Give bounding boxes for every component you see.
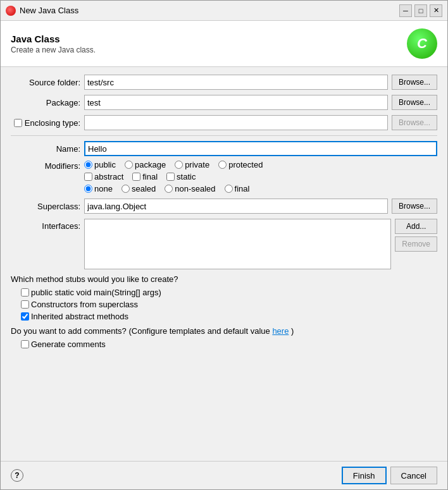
superclass-browse-button[interactable]: Browse... bbox=[392, 199, 437, 214]
radio-sealed[interactable]: sealed bbox=[121, 184, 156, 193]
enclosing-label-container: Enclosing type: bbox=[11, 118, 80, 128]
comments-items: Generate comments bbox=[11, 340, 437, 349]
radio-final-sealed-label: final bbox=[235, 184, 250, 193]
dialog-window: New Java Class ─ □ ✕ Java Class Create a… bbox=[0, 0, 448, 490]
interfaces-label: Interfaces: bbox=[11, 219, 80, 231]
stubs-title: Which method stubs would you like to cre… bbox=[11, 274, 437, 284]
interfaces-buttons: Add... Remove bbox=[395, 219, 437, 252]
radio-protected[interactable]: protected bbox=[218, 160, 263, 169]
cancel-button[interactable]: Cancel bbox=[390, 467, 437, 484]
generate-comments[interactable]: Generate comments bbox=[21, 340, 437, 349]
stub-inherited-label: Inherited abstract methods bbox=[31, 312, 128, 321]
comments-title-end: ) bbox=[291, 326, 294, 336]
sealed-radio-row: none sealed non-sealed final bbox=[84, 184, 263, 193]
package-input[interactable] bbox=[84, 95, 388, 110]
comments-section: Do you want to add comments? (Configure … bbox=[11, 326, 437, 349]
header-subtitle: Create a new Java class. bbox=[11, 46, 96, 54]
stub-constructors-checkbox[interactable] bbox=[21, 300, 29, 309]
modifiers-section: Modifiers: public package private bbox=[11, 160, 437, 193]
checkbox-static-input[interactable] bbox=[166, 173, 175, 181]
header-title: Java Class bbox=[11, 34, 96, 44]
package-browse-button[interactable]: Browse... bbox=[392, 95, 437, 110]
radio-package-label: package bbox=[135, 160, 166, 169]
generate-comments-label: Generate comments bbox=[31, 340, 106, 349]
checkbox-static[interactable]: static bbox=[166, 172, 196, 181]
superclass-input[interactable] bbox=[84, 199, 388, 214]
radio-private-input[interactable] bbox=[175, 161, 183, 169]
stubs-section: Which method stubs would you like to cre… bbox=[11, 274, 437, 321]
name-row: Name: bbox=[11, 141, 437, 156]
stub-constructors[interactable]: Constructors from superclass bbox=[21, 300, 437, 309]
stub-main-label: public static void main(String[] args) bbox=[31, 288, 161, 297]
radio-none-label: none bbox=[94, 184, 113, 193]
title-bar-controls: ─ □ ✕ bbox=[399, 4, 442, 17]
radio-package-input[interactable] bbox=[125, 161, 133, 169]
radio-non-sealed[interactable]: non-sealed bbox=[165, 184, 215, 193]
radio-package[interactable]: package bbox=[125, 160, 166, 169]
generate-comments-checkbox[interactable] bbox=[21, 340, 29, 348]
interfaces-remove-button[interactable]: Remove bbox=[395, 236, 437, 252]
stub-main[interactable]: public static void main(String[] args) bbox=[21, 288, 437, 297]
checkbox-abstract-label: abstract bbox=[94, 172, 123, 181]
source-folder-label: Source folder: bbox=[11, 78, 80, 87]
checkbox-final[interactable]: final bbox=[132, 172, 158, 181]
title-bar-text: New Java Class bbox=[20, 6, 395, 15]
enclosing-browse-button[interactable]: Browse... bbox=[392, 115, 437, 130]
stub-main-checkbox[interactable] bbox=[21, 288, 29, 297]
radio-private[interactable]: private bbox=[175, 160, 209, 169]
footer: ? Finish Cancel bbox=[1, 461, 447, 489]
java-class-icon: C bbox=[407, 28, 437, 59]
checkbox-final-input[interactable] bbox=[132, 173, 140, 181]
name-label: Name: bbox=[11, 144, 80, 154]
stub-inherited[interactable]: Inherited abstract methods bbox=[21, 312, 437, 321]
radio-non-sealed-input[interactable] bbox=[165, 185, 173, 193]
minimize-button[interactable]: ─ bbox=[399, 4, 412, 17]
comments-title: Do you want to add comments? (Configure … bbox=[11, 326, 437, 336]
radio-none[interactable]: none bbox=[84, 184, 113, 193]
checkbox-abstract-input[interactable] bbox=[84, 173, 92, 181]
superclass-label: Superclass: bbox=[11, 202, 80, 211]
checkbox-abstract[interactable]: abstract bbox=[84, 172, 123, 181]
radio-public-input[interactable] bbox=[84, 161, 92, 169]
interfaces-row: Interfaces: Add... Remove bbox=[11, 219, 437, 269]
form-content: Source folder: Browse... Package: Browse… bbox=[1, 67, 447, 461]
package-label: Package: bbox=[11, 98, 80, 107]
modifiers-content: public package private protected bbox=[84, 160, 263, 193]
enclosing-checkbox[interactable] bbox=[14, 119, 22, 127]
radio-final-sealed[interactable]: final bbox=[225, 184, 250, 193]
enclosing-input[interactable] bbox=[84, 115, 388, 130]
app-icon bbox=[6, 6, 16, 16]
radio-none-input[interactable] bbox=[84, 185, 92, 193]
checkbox-static-label: static bbox=[177, 172, 196, 181]
comments-title-text: Do you want to add comments? (Configure … bbox=[11, 326, 270, 336]
radio-sealed-input[interactable] bbox=[121, 185, 130, 193]
stub-constructors-label: Constructors from superclass bbox=[31, 300, 138, 309]
interfaces-list[interactable] bbox=[84, 219, 391, 269]
comments-link[interactable]: here bbox=[272, 326, 289, 336]
enclosing-row: Enclosing type: Browse... bbox=[11, 115, 437, 130]
radio-private-label: private bbox=[185, 160, 209, 169]
modifier-checkbox-row: abstract final static bbox=[84, 172, 263, 181]
name-input[interactable] bbox=[84, 141, 437, 156]
radio-public-label: public bbox=[94, 160, 116, 169]
footer-buttons: Finish Cancel bbox=[342, 467, 437, 484]
header-left: Java Class Create a new Java class. bbox=[11, 34, 96, 54]
radio-public[interactable]: public bbox=[84, 160, 116, 169]
help-button[interactable]: ? bbox=[11, 469, 23, 482]
source-folder-input[interactable] bbox=[84, 75, 388, 90]
stubs-items: public static void main(String[] args) C… bbox=[11, 288, 437, 321]
maximize-button[interactable]: □ bbox=[414, 4, 427, 17]
source-folder-row: Source folder: Browse... bbox=[11, 75, 437, 90]
interfaces-add-button[interactable]: Add... bbox=[395, 219, 437, 234]
finish-button[interactable]: Finish bbox=[342, 467, 387, 484]
source-folder-browse-button[interactable]: Browse... bbox=[392, 75, 437, 90]
stub-inherited-checkbox[interactable] bbox=[21, 312, 29, 321]
access-radio-row: public package private protected bbox=[84, 160, 263, 169]
separator-1 bbox=[11, 135, 437, 136]
radio-protected-input[interactable] bbox=[218, 161, 227, 169]
close-button[interactable]: ✕ bbox=[430, 4, 442, 17]
superclass-row: Superclass: Browse... bbox=[11, 199, 437, 214]
radio-final-sealed-input[interactable] bbox=[225, 185, 233, 193]
package-row: Package: Browse... bbox=[11, 95, 437, 110]
modifiers-label: Modifiers: bbox=[11, 160, 80, 171]
